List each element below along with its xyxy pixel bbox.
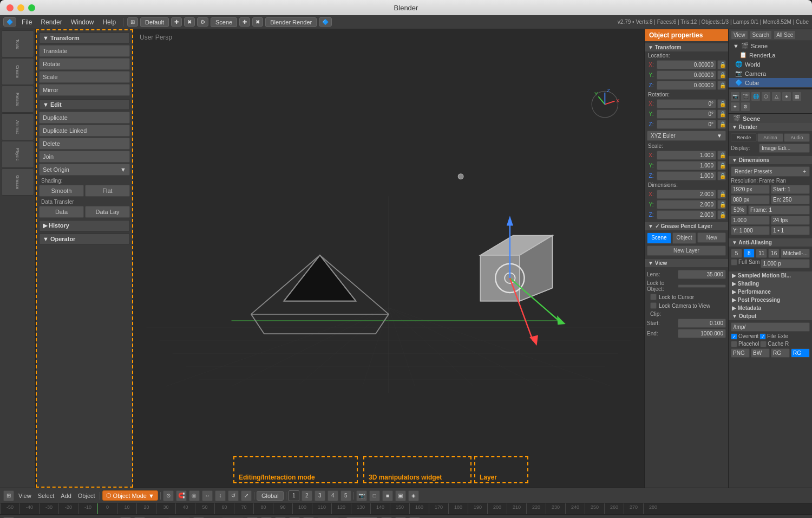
aa-filter[interactable]: Mitchell-...	[781, 249, 810, 258]
icon-box-4[interactable]: ⚙	[197, 17, 208, 27]
scene-icon-btn[interactable]: 🎬	[741, 92, 750, 101]
location-y-lock[interactable]: 🔒	[717, 70, 726, 80]
output-path-field[interactable]: /tmp/	[731, 322, 810, 332]
grease-pencil-header[interactable]: ▼ ✓ Grease Pencil Layer	[645, 222, 728, 230]
layer-icon-3[interactable]: 3	[315, 490, 325, 501]
menu-window[interactable]: Window	[68, 17, 97, 27]
operator-header[interactable]: ▼ Operator	[39, 234, 130, 244]
render-engine-selector[interactable]: Blender Render	[265, 17, 317, 27]
render-presets-btn[interactable]: Render Presets +	[731, 166, 810, 177]
time-remap-field[interactable]: 1 • 1	[771, 226, 810, 235]
add-menu[interactable]: Add	[58, 491, 74, 500]
all-scenes-btn[interactable]: All Sce	[774, 30, 796, 40]
rotation-mode-dropdown[interactable]: XYZ Euler ▼	[647, 131, 726, 141]
post-processing-header[interactable]: ▶ Post Processing	[729, 296, 812, 304]
rotation-x-lock[interactable]: 🔒	[717, 99, 726, 108]
dim-y-field[interactable]: 2.000	[657, 200, 716, 209]
physics-tab[interactable]: Physic	[1, 141, 34, 168]
view-section-header[interactable]: ▼ View	[645, 259, 728, 267]
rotation-z-field[interactable]: 0°	[657, 120, 716, 129]
icon-box-2[interactable]: ✚	[171, 17, 182, 27]
scene-item[interactable]: ▼ 🎬 Scene	[729, 41, 812, 50]
viewport-3d[interactable]: User Persp	[133, 29, 644, 488]
frame-num-field[interactable]: Frame: 1	[748, 205, 810, 215]
shading-section-header[interactable]: ▶ Shading	[729, 280, 812, 288]
view-menu[interactable]: View	[16, 491, 34, 500]
delete-button[interactable]: Delete	[39, 138, 130, 150]
end-frame-field[interactable]: En: 250	[771, 195, 810, 204]
scale-x-field[interactable]: 1.000	[657, 151, 716, 160]
history-header[interactable]: ▶ History	[39, 220, 130, 231]
location-x-field[interactable]: 0.00000	[657, 60, 716, 69]
global-orientation-selector[interactable]: Global	[257, 491, 284, 501]
output-header[interactable]: ▼ Output	[729, 312, 812, 320]
dim-z-field[interactable]: 2.000	[657, 210, 716, 219]
rotate-button[interactable]: Rotate	[39, 58, 130, 70]
manipulator2-icon[interactable]: ↕	[215, 490, 226, 501]
view-btn[interactable]: View	[731, 30, 748, 40]
menu-file[interactable]: File	[18, 17, 35, 27]
render-icon-btn[interactable]: 📷	[730, 92, 740, 101]
translate-button[interactable]: Translate	[39, 45, 130, 57]
metadata-header[interactable]: ▶ Metadata	[729, 304, 812, 312]
particle-icon-btn[interactable]: ✦	[730, 102, 740, 112]
rotation-y-lock[interactable]: 🔒	[717, 109, 726, 119]
location-y-field[interactable]: 0.00000	[657, 70, 716, 80]
dim-y-lock[interactable]: 🔒	[717, 200, 726, 209]
transform-prop-header[interactable]: ▼ Transform	[645, 43, 728, 51]
texture-icon-btn[interactable]: ▦	[792, 92, 802, 101]
close-button[interactable]	[6, 4, 14, 11]
width-field[interactable]: 1920 px	[731, 185, 770, 194]
data-button[interactable]: Data	[39, 206, 84, 218]
dim-x-lock[interactable]: 🔒	[717, 190, 726, 199]
material-icon-btn[interactable]: ●	[782, 92, 791, 101]
cache-checkbox[interactable]	[760, 341, 767, 347]
rotation-y-field[interactable]: 0°	[657, 109, 716, 119]
manipulator-icon[interactable]: ↔	[202, 490, 213, 501]
shading-solid-icon[interactable]: ■	[382, 490, 393, 501]
world-icon-btn[interactable]: 🌐	[751, 92, 761, 101]
search-btn[interactable]: Search	[750, 30, 772, 40]
aspect-x-field[interactable]: 1.000	[731, 216, 770, 225]
data-lay-button[interactable]: Data Lay	[85, 206, 130, 218]
grease-pencil-tab[interactable]: Grease	[1, 169, 34, 196]
object-menu[interactable]: Object	[76, 491, 97, 500]
rgba-field[interactable]: RG	[791, 348, 810, 358]
duplicate-linked-button[interactable]: Duplicate Linked	[39, 125, 130, 137]
render-tab-animation[interactable]: Anima	[757, 133, 783, 142]
scale-y-lock[interactable]: 🔒	[717, 161, 726, 170]
render-section-header[interactable]: ▼ Render	[729, 123, 812, 131]
shading-wire-icon[interactable]: □	[369, 490, 380, 501]
aa-header[interactable]: ▼ Anti-Aliasing	[729, 238, 812, 247]
shading-render-icon[interactable]: ◈	[408, 490, 419, 501]
blender-icon[interactable]: 🔷	[3, 17, 16, 27]
icon-box-3[interactable]: ✖	[184, 17, 195, 27]
scene-icon-add[interactable]: ✚	[239, 17, 250, 27]
rotate-manipulator-icon[interactable]: ↺	[228, 490, 239, 501]
layer-icon-2[interactable]: 2	[302, 490, 312, 501]
fps-field[interactable]: 24 fps	[771, 216, 810, 225]
render-tab-audio[interactable]: Audio	[784, 133, 810, 142]
mirror-button[interactable]: Mirror	[39, 84, 130, 96]
world-item[interactable]: 🌐 World	[729, 60, 812, 69]
location-x-lock[interactable]: 🔒	[717, 60, 726, 69]
dimensions-header[interactable]: ▼ Dimensions	[729, 156, 812, 164]
gp-object-tab[interactable]: Object	[672, 232, 697, 244]
lock-camera-checkbox[interactable]	[650, 302, 657, 309]
full-sample-checkbox[interactable]	[731, 259, 737, 266]
proportional-icon[interactable]: ◎	[189, 490, 200, 501]
format-field[interactable]: PNG	[731, 348, 750, 358]
clip-end-field[interactable]: 1000.000	[678, 329, 726, 338]
set-origin-selector[interactable]: Set Origin ▼	[39, 164, 130, 176]
render-layer-item[interactable]: 📋 RenderLa	[729, 50, 812, 60]
flat-button[interactable]: Flat	[85, 185, 130, 197]
lock-to-cursor-checkbox[interactable]	[650, 294, 657, 300]
bw-field[interactable]: BW	[751, 348, 770, 358]
scale-z-lock[interactable]: 🔒	[717, 171, 726, 180]
sampled-motion-header[interactable]: ▶ Sampled Motion Bl...	[729, 271, 812, 280]
percent-field[interactable]: 50%	[731, 205, 747, 215]
object-icon-btn[interactable]: ⬡	[761, 92, 771, 101]
tools-tab[interactable]: Tools	[1, 30, 34, 57]
performance-header[interactable]: ▶ Performance	[729, 288, 812, 296]
layer-icon-5[interactable]: 5	[340, 490, 351, 501]
